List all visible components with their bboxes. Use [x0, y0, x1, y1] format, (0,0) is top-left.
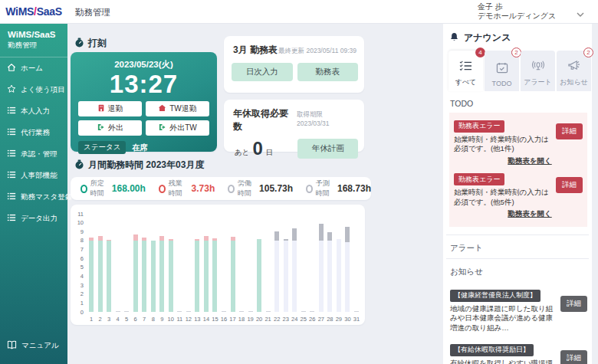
bar-day-27 [319, 224, 324, 312]
list-icon [7, 149, 16, 159]
user-menu[interactable]: 金子 歩 デモホールディングス [478, 2, 556, 21]
open-timesheet-link[interactable]: 勤務表を開く [477, 209, 583, 219]
news-detail-button[interactable]: 詳細 [560, 296, 587, 312]
timesheet-button-1[interactable]: 勤務表 [297, 63, 359, 81]
todo-error-badge: 勤務表エラー [454, 120, 504, 133]
stat-ring-icon [80, 185, 87, 193]
bar-day-4 [116, 311, 120, 313]
chart-plot [89, 210, 359, 312]
timesheet-buttons: 日次入力勤務表 [224, 57, 364, 81]
book-icon [7, 340, 17, 351]
app-logo: WiMS/SaaS [0, 0, 67, 23]
bar-day-26 [310, 311, 314, 313]
bar-day-29 [337, 239, 341, 312]
bar-day-21 [266, 311, 271, 313]
sidebar-item-7[interactable]: データ出力 [0, 208, 67, 229]
home-icon [7, 63, 16, 74]
monthly-section-label: 月間勤務時間 2023年03月度 [74, 159, 204, 172]
alert-section-header: アラート [443, 235, 592, 258]
tab-すべて[interactable]: すべて4 [449, 51, 483, 91]
todo-detail-button[interactable]: 詳細 [556, 123, 583, 139]
sidebar-item-3[interactable]: 代行業務 [0, 122, 67, 143]
list-icon [7, 170, 16, 181]
stopwatch-icon [74, 38, 84, 50]
open-timesheet-link[interactable]: 勤務表を開く [477, 156, 583, 166]
bar-day-8 [151, 241, 156, 312]
calendar-check-icon [496, 62, 508, 77]
clock-section-label: 打刻 [74, 37, 107, 50]
tab-お知らせ[interactable]: お知らせ2 [557, 51, 591, 91]
clock-button-1[interactable]: TW退勤 [146, 101, 209, 116]
todo-detail-button[interactable]: 詳細 [556, 177, 583, 193]
sidebar-item-5[interactable]: 人事部機能 [0, 165, 67, 186]
clock-button-2[interactable]: 外出 [78, 120, 142, 136]
leave-deadline: 取得期限 2023/03/31 [297, 110, 356, 127]
office-out-icon [97, 104, 105, 113]
todo-item-1: 勤務表エラー始業時刻・終業時刻の入力は必須です。(他5件)詳細勤務表を開く [454, 171, 583, 220]
leave-plan-button[interactable]: 年休計画 [297, 139, 358, 159]
go-out-icon [97, 123, 105, 133]
leave-remaining-suffix: 日 [266, 148, 274, 158]
sidebar-item-2[interactable]: 本人入力 [0, 100, 67, 122]
news-section-header: お知らせ [443, 259, 592, 282]
sidebar-item-manual[interactable]: マニュアル [0, 335, 67, 356]
bar-day-15 [212, 238, 217, 312]
timesheet-title: 3月 勤務表 [233, 44, 278, 57]
checklist-icon [459, 60, 472, 74]
clock-date: 2023/05/23(火) [71, 59, 217, 71]
status-badge: ステータス [78, 141, 126, 154]
todo-section-header: TODO [443, 91, 592, 113]
sidebar-item-4[interactable]: 承認・管理 [0, 143, 67, 165]
stat-0: 所定時間168.00h [80, 179, 146, 198]
bar-day-1 [89, 238, 94, 312]
sidebar-title: WiMS/SaaS 勤務管理 [0, 23, 67, 57]
tab-TODO[interactable]: TODO2 [485, 51, 519, 91]
user-org: デモホールディングス [478, 11, 556, 21]
clock-time: 13:27 [71, 71, 217, 97]
bar-day-31 [354, 311, 359, 313]
bar-day-9 [159, 236, 164, 312]
logo-wims: WiMS [5, 5, 34, 18]
header-app-title: 勤務管理 [75, 7, 110, 18]
bar-day-18 [239, 311, 244, 313]
logo-saas: SaaS [37, 5, 62, 18]
bar-day-19 [248, 311, 253, 313]
chart-y-axis: 01234567891011 [72, 210, 86, 312]
bar-day-2 [98, 236, 103, 312]
sidebar-item-1[interactable]: よく使う項目 [0, 79, 67, 100]
status-value: 在席 [132, 143, 147, 153]
announce-title: アナウンス [464, 31, 511, 44]
bar-day-16 [222, 311, 226, 313]
bar-day-20 [257, 239, 261, 312]
leave-title: 年休取得必要数 [233, 107, 297, 133]
go-out-icon [158, 123, 166, 133]
news-detail-button[interactable]: 詳細 [560, 350, 587, 364]
bar-day-13 [195, 239, 199, 312]
monthly-chart-card: 01234567891011 1234567891011121314151617… [71, 205, 365, 325]
user-name: 金子 歩 [478, 2, 556, 11]
bar-day-30 [345, 227, 350, 312]
stat-ring-icon [306, 185, 313, 193]
bell-icon [449, 32, 459, 44]
monthly-stats-card: 所定時間168.00h残業時間3.73h労働時間105.73h予測時間168.7… [71, 177, 371, 200]
star-icon [7, 84, 16, 95]
clock-button-3[interactable]: 外出TW [146, 120, 209, 136]
clock-section-title: 打刻 [88, 37, 107, 50]
bar-day-5 [124, 311, 129, 313]
timesheet-updated: 最終更新 2023/05/11 09:39 [278, 47, 356, 56]
todo-list: 勤務表エラー始業時刻・終業時刻の入力は必須です。(他1件)詳細勤務表を開く勤務表… [449, 113, 587, 227]
stat-ring-icon [159, 185, 166, 193]
sidebar-item-0[interactable]: ホーム [0, 57, 67, 79]
monthly-section-title: 月間勤務時間 2023年03月度 [88, 159, 204, 172]
clock-status-row: ステータス 在席 [71, 136, 217, 154]
bar-day-11 [177, 311, 182, 313]
tab-アラート[interactable]: アラート [521, 51, 555, 91]
timesheet-button-0[interactable]: 日次入力 [232, 63, 293, 81]
leave-remaining: あと 0 日 [235, 138, 297, 159]
clock-button-0[interactable]: 退勤 [78, 101, 142, 116]
bar-day-17 [231, 237, 235, 312]
sidebar-item-6[interactable]: 勤務マスタ登録 [0, 186, 67, 208]
chevron-down-icon[interactable] [577, 7, 584, 21]
page: WiMS/SaaS 勤務管理 金子 歩 デモホールディングス WiMS/SaaS… [0, 0, 598, 364]
bar-day-10 [169, 239, 173, 312]
